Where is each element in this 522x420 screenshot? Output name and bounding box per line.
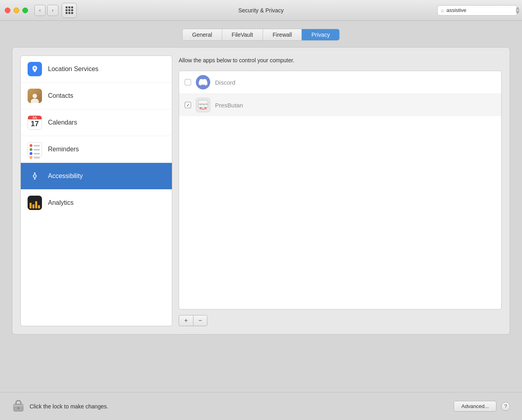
lock-icon xyxy=(12,398,25,415)
search-bar[interactable]: ⌕ ✕ xyxy=(437,5,517,16)
analytics-icon xyxy=(28,196,42,210)
accessibility-icon-wrap xyxy=(27,168,42,184)
calendars-icon: JUL 17 xyxy=(28,115,42,130)
checkmark-icon: ✓ xyxy=(186,103,190,108)
reminders-icon-wrap xyxy=(27,142,42,157)
contacts-icon-wrap xyxy=(27,88,42,103)
discord-icon xyxy=(196,75,210,89)
svg-rect-9 xyxy=(14,405,23,406)
sidebar-label-reminders: Reminders xyxy=(48,146,79,153)
sidebar-label-analytics: Analytics xyxy=(48,199,74,206)
search-icon: ⌕ xyxy=(441,7,444,13)
traffic-lights xyxy=(5,8,28,13)
minimize-button[interactable] xyxy=(14,8,19,13)
tab-general[interactable]: General xyxy=(183,29,222,40)
location-services-icon xyxy=(28,62,42,76)
forward-button[interactable]: › xyxy=(47,5,58,16)
svg-point-2 xyxy=(34,172,36,174)
sidebar: Location Services Contacts xyxy=(20,55,172,326)
privacy-panel: Location Services Contacts xyxy=(12,47,510,335)
calendar-day: 17 xyxy=(31,120,39,127)
help-button[interactable]: ? xyxy=(501,402,510,411)
close-button[interactable] xyxy=(5,8,10,13)
grid-button[interactable] xyxy=(62,3,77,18)
maximize-button[interactable] xyxy=(22,8,28,13)
search-input[interactable] xyxy=(446,7,514,13)
sidebar-label-calendars: Calendars xyxy=(48,119,77,126)
calendar-month: JUL xyxy=(28,116,42,119)
lock-text: Click the lock to make changes. xyxy=(30,403,108,410)
bottom-bar: Click the lock to make changes. Advanced… xyxy=(0,392,522,420)
main-content: General FileVault Firewall Privacy Locat… xyxy=(0,21,522,343)
discord-checkbox[interactable] xyxy=(185,79,191,85)
add-app-button[interactable]: + xyxy=(179,315,193,326)
svg-text:return: return xyxy=(199,103,207,105)
sidebar-item-calendars[interactable]: JUL 17 Calendars xyxy=(21,109,172,136)
tab-group: General FileVault Firewall Privacy xyxy=(12,29,510,41)
tab-filevault[interactable]: FileVault xyxy=(222,29,263,40)
svg-point-0 xyxy=(32,94,37,98)
table-row: Discord xyxy=(179,71,501,94)
sidebar-item-reminders[interactable]: Reminders xyxy=(21,136,172,163)
discord-icon-wrap xyxy=(196,75,210,89)
bottom-right: Advanced... ? xyxy=(454,401,510,412)
nav-buttons: ‹ › xyxy=(34,5,58,16)
back-button[interactable]: ‹ xyxy=(34,5,46,16)
advanced-button[interactable]: Advanced... xyxy=(454,401,496,412)
presbutan-icon: return xyxy=(196,98,210,112)
tabs-container: General FileVault Firewall Privacy xyxy=(182,29,340,41)
calendars-icon-wrap: JUL 17 xyxy=(27,115,42,130)
svg-point-10 xyxy=(18,407,20,409)
right-description: Allow the apps below to control your com… xyxy=(179,55,502,65)
reminders-icon xyxy=(28,142,42,157)
lock-area[interactable]: Click the lock to make changes. xyxy=(12,398,108,415)
sidebar-label-accessibility: Accessibility xyxy=(48,172,83,180)
tab-firewall[interactable]: Firewall xyxy=(263,29,302,40)
location-services-icon-wrap xyxy=(27,61,42,77)
table-row: ✓ return xyxy=(179,94,501,116)
accessibility-icon xyxy=(28,169,42,183)
svg-point-7 xyxy=(204,107,207,109)
sidebar-item-accessibility[interactable]: Accessibility xyxy=(21,163,172,190)
titlebar: ‹ › Security & Privacy ⌕ ✕ xyxy=(0,0,522,21)
sidebar-item-location-services[interactable]: Location Services xyxy=(21,56,172,83)
tab-privacy[interactable]: Privacy xyxy=(302,29,339,40)
svg-point-1 xyxy=(31,99,39,103)
search-clear-button[interactable]: ✕ xyxy=(516,7,519,14)
remove-app-button[interactable]: − xyxy=(193,315,207,326)
sidebar-label-location-services: Location Services xyxy=(48,65,98,73)
grid-icon xyxy=(66,6,73,14)
svg-point-6 xyxy=(199,107,202,109)
right-panel: Allow the apps below to control your com… xyxy=(179,55,502,326)
window-title: Security & Privacy xyxy=(238,7,284,14)
sidebar-item-contacts[interactable]: Contacts xyxy=(21,83,172,109)
sidebar-item-analytics[interactable]: Analytics xyxy=(21,190,172,216)
presbutan-checkbox[interactable]: ✓ xyxy=(185,102,191,108)
analytics-icon-wrap xyxy=(27,195,42,210)
sidebar-label-contacts: Contacts xyxy=(48,92,73,99)
presbutan-icon-wrap: return xyxy=(196,98,210,112)
discord-name: Discord xyxy=(215,79,235,86)
list-controls: + − xyxy=(179,315,502,326)
app-list: Discord ✓ return xyxy=(179,71,502,309)
presbutan-name: PresButan xyxy=(215,102,243,109)
